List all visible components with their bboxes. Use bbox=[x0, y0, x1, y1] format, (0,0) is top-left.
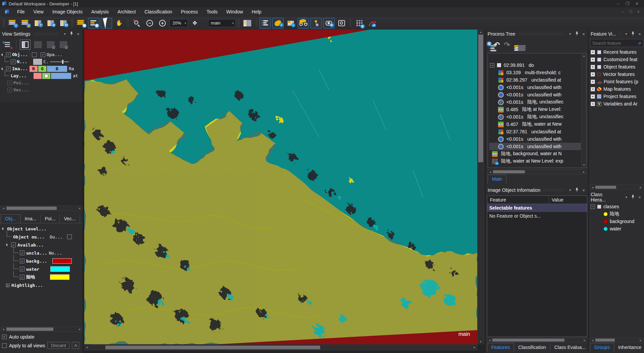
menu-file[interactable]: File bbox=[13, 8, 29, 16]
tree-row-available[interactable]: ✓ Availab... bbox=[0, 241, 83, 249]
expand-triangle-icon[interactable] bbox=[1, 67, 4, 70]
feature-view-hscrollbar[interactable]: ◄ ► bbox=[590, 185, 643, 190]
panel-close-icon[interactable]: × bbox=[637, 32, 642, 37]
window-layout-button[interactable] bbox=[242, 18, 253, 29]
green-channel-cell[interactable]: G bbox=[38, 65, 47, 72]
process-profiler-button[interactable]: 🕒 bbox=[88, 18, 99, 29]
scroll-thumb[interactable] bbox=[492, 339, 564, 342]
color-swatch-gray[interactable] bbox=[33, 59, 42, 65]
tree-row-unclassified[interactable]: ✓ uncla... No... bbox=[0, 249, 83, 257]
scroll-right-icon[interactable]: ► bbox=[472, 345, 477, 350]
panel-menu-icon[interactable]: ▼ bbox=[624, 33, 629, 36]
menu-view[interactable]: View bbox=[29, 8, 48, 16]
menu-tools[interactable]: Tools bbox=[202, 8, 222, 16]
selectable-features-row[interactable]: Selectable features bbox=[487, 204, 587, 212]
radio-icon[interactable] bbox=[44, 74, 48, 78]
scroll-left-icon[interactable]: ◄ bbox=[85, 345, 89, 350]
checkbox-checked[interactable]: ✓ bbox=[20, 275, 24, 279]
pin-icon[interactable] bbox=[575, 188, 579, 192]
scroll-up-icon[interactable]: ▲ bbox=[478, 31, 484, 34]
panel-close-icon[interactable]: × bbox=[637, 195, 642, 200]
scroll-thumb[interactable] bbox=[595, 186, 616, 189]
panel-menu-icon[interactable]: ▼ bbox=[568, 33, 573, 36]
class-row-background[interactable]: background bbox=[589, 218, 644, 225]
tree-row-object-level[interactable]: Object Level... bbox=[0, 225, 83, 233]
process-row[interactable]: <0.001sunclassified with bbox=[489, 84, 581, 91]
layer-red-cell[interactable] bbox=[33, 73, 42, 79]
map-combo[interactable]: main▾ bbox=[208, 19, 236, 27]
feature-group-project[interactable]: +Project features bbox=[589, 93, 644, 100]
toggle-process-tree-button[interactable] bbox=[259, 18, 271, 29]
process-row[interactable]: 0.485陆地 at New Level: bbox=[489, 106, 581, 113]
class-row-water[interactable]: water bbox=[589, 225, 644, 232]
apply-all-views-checkbox[interactable] bbox=[2, 343, 7, 348]
zoom-out-button[interactable]: − bbox=[144, 18, 155, 29]
red-channel-cell[interactable]: R bbox=[29, 65, 38, 72]
expand-icon[interactable]: + bbox=[591, 87, 595, 91]
panel-menu-icon[interactable]: ▼ bbox=[624, 196, 629, 199]
menu-image-objects[interactable]: Image Objects bbox=[48, 8, 87, 16]
class-color-swatch[interactable] bbox=[52, 258, 72, 264]
pin-icon[interactable] bbox=[575, 32, 579, 36]
scroll-left-icon[interactable]: ◄ bbox=[590, 185, 595, 189]
feature-group-map[interactable]: +Map features bbox=[589, 85, 644, 93]
process-row[interactable]: 陆地, background, water at N bbox=[489, 150, 581, 158]
map-hscrollbar[interactable]: ◄ ► bbox=[84, 345, 477, 350]
scroll-left-icon[interactable]: ◄ bbox=[488, 170, 493, 174]
panel-grip[interactable] bbox=[619, 33, 621, 35]
levels-hscrollbar[interactable]: ◄ ► bbox=[1, 326, 83, 332]
scroll-right-icon[interactable]: ► bbox=[78, 206, 82, 211]
tab-point-clouds[interactable]: Poi... bbox=[41, 215, 60, 223]
expand-icon[interactable]: + bbox=[591, 80, 595, 84]
expand-triangle-icon[interactable] bbox=[6, 243, 9, 246]
tab-vectors[interactable]: Vec... bbox=[60, 215, 80, 223]
split-view-independent-button[interactable]: − bbox=[58, 40, 69, 50]
expand-icon[interactable]: + bbox=[591, 102, 595, 106]
process-row[interactable]: 0.407陆地, water at New bbox=[489, 121, 581, 128]
menu-help[interactable]: Help bbox=[247, 8, 266, 16]
feature-group-recent[interactable]: +Recent features bbox=[589, 48, 644, 56]
toolbar-grip[interactable] bbox=[71, 19, 73, 28]
search-icon[interactable]: ⌕ bbox=[637, 40, 643, 46]
scroll-thumb[interactable] bbox=[493, 170, 525, 173]
tab-image-layers[interactable]: Ima... bbox=[20, 215, 41, 223]
save-workspace-button[interactable]: 🔒 bbox=[19, 18, 31, 29]
class-row-land[interactable]: 陆地 bbox=[589, 210, 644, 218]
close-icon[interactable]: ✕ bbox=[635, 1, 639, 6]
scroll-thumb[interactable] bbox=[595, 339, 615, 342]
tree-row-layer[interactable]: Lay... at bbox=[0, 72, 83, 79]
checkbox-unchecked[interactable] bbox=[32, 52, 37, 57]
scroll-right-icon[interactable]: ► bbox=[638, 185, 643, 189]
checkbox-checked[interactable]: ✓ bbox=[20, 259, 24, 263]
discard-button[interactable]: Discard bbox=[47, 342, 69, 349]
import-scene-button[interactable]: ➜ bbox=[45, 18, 56, 29]
tab-features[interactable]: Features bbox=[487, 343, 514, 352]
toolbar-grip[interactable] bbox=[238, 19, 240, 28]
column-feature[interactable]: Feature bbox=[487, 196, 549, 204]
workspace-settings-button[interactable] bbox=[354, 18, 365, 29]
checkbox-checked[interactable]: ✓ bbox=[11, 59, 15, 64]
process-row[interactable]: <0.001s陆地, unclassifiec bbox=[489, 113, 581, 121]
split-view-button[interactable] bbox=[33, 40, 43, 50]
scroll-up-icon[interactable]: ▲ bbox=[582, 54, 586, 57]
scroll-thumb[interactable] bbox=[6, 327, 53, 331]
panel-grip[interactable] bbox=[544, 189, 564, 191]
scroll-left-icon[interactable]: ◄ bbox=[1, 206, 6, 211]
add-scene-button[interactable]: + bbox=[32, 18, 44, 29]
tab-classification[interactable]: Classification bbox=[514, 343, 550, 352]
class-hierarchy-hscrollbar[interactable]: ◄ ► bbox=[590, 338, 643, 343]
tree-row-objects[interactable]: ✓ Obj... ✓ Opa... bbox=[0, 51, 83, 58]
scroll-right-icon[interactable]: ► bbox=[78, 327, 82, 332]
toggle-feature-view-button[interactable] bbox=[298, 18, 309, 29]
tab-inheritance[interactable]: Inheritance bbox=[614, 343, 644, 352]
map-vscrollbar[interactable]: ▲ ▼ bbox=[477, 30, 484, 344]
expand-icon[interactable]: + bbox=[591, 65, 595, 69]
edit-image-levels-button[interactable]: +× bbox=[2, 40, 13, 50]
layer-blue-cell[interactable] bbox=[51, 73, 71, 79]
open-scene-button[interactable]: 🗀 bbox=[58, 18, 69, 29]
toolbar-grip[interactable] bbox=[3, 19, 5, 28]
toggle-feature-table-button[interactable] bbox=[285, 18, 296, 29]
panel-splitter[interactable] bbox=[486, 183, 588, 186]
blue-channel-cell[interactable]: B bbox=[47, 65, 67, 72]
scroll-thumb[interactable] bbox=[478, 35, 483, 162]
